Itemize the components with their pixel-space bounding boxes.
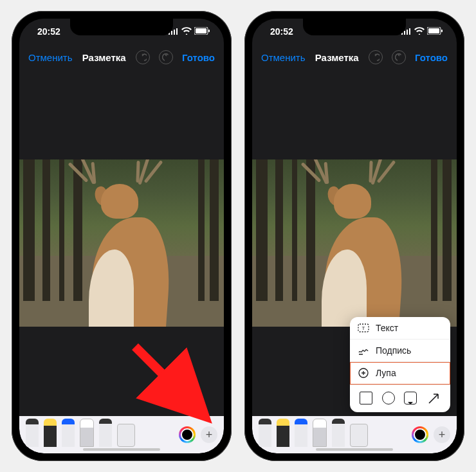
ruler-tool[interactable] bbox=[350, 424, 368, 447]
battery-icon bbox=[427, 26, 443, 37]
color-picker-button[interactable] bbox=[179, 426, 196, 443]
signature-icon bbox=[358, 345, 369, 356]
status-right bbox=[401, 26, 443, 37]
redo-icon[interactable] bbox=[392, 50, 406, 64]
loupe-icon bbox=[358, 367, 369, 379]
home-indicator[interactable] bbox=[316, 448, 393, 451]
svg-rect-10 bbox=[409, 28, 410, 35]
status-time: 20:52 bbox=[37, 26, 60, 37]
undo-icon[interactable] bbox=[136, 50, 150, 64]
nav-title: Разметка bbox=[82, 52, 126, 63]
svg-rect-5 bbox=[196, 28, 206, 33]
pen-tool[interactable] bbox=[26, 419, 39, 447]
svg-rect-3 bbox=[176, 28, 178, 35]
add-button[interactable]: + bbox=[434, 426, 450, 443]
menu-item-loupe[interactable]: Лупа bbox=[350, 362, 450, 385]
text-icon: T bbox=[358, 322, 369, 334]
done-button[interactable]: Готово bbox=[415, 52, 448, 63]
menu-label: Текст bbox=[376, 323, 398, 333]
eraser-tool[interactable] bbox=[80, 419, 94, 447]
markup-toolbar: + bbox=[252, 416, 457, 453]
home-indicator[interactable] bbox=[83, 448, 160, 451]
markup-toolbar: + bbox=[19, 416, 224, 453]
shape-circle[interactable] bbox=[382, 392, 395, 404]
notch bbox=[70, 19, 173, 35]
add-button[interactable]: + bbox=[201, 426, 217, 443]
wifi-icon bbox=[181, 26, 192, 37]
photo-content bbox=[252, 159, 457, 327]
svg-rect-9 bbox=[407, 30, 408, 35]
menu-item-signature[interactable]: Подпись bbox=[350, 340, 450, 362]
canvas-area[interactable] bbox=[19, 70, 224, 416]
redo-icon[interactable] bbox=[159, 50, 173, 64]
battery-icon bbox=[194, 26, 210, 37]
color-picker-button[interactable] bbox=[412, 426, 428, 443]
done-button[interactable]: Готово bbox=[182, 52, 215, 63]
marker-tool[interactable] bbox=[44, 419, 57, 447]
add-menu-popup: T Текст Подпись Лупа bbox=[350, 317, 450, 412]
status-right bbox=[169, 26, 210, 37]
svg-rect-12 bbox=[428, 28, 439, 33]
nav-bar: Отменить Разметка Готово bbox=[19, 44, 224, 70]
marker-tool[interactable] bbox=[277, 419, 289, 447]
nav-icons: Готово bbox=[369, 50, 448, 64]
nav-icons: Готово bbox=[136, 50, 215, 64]
nav-title: Разметка bbox=[315, 52, 359, 63]
shape-rectangle[interactable] bbox=[360, 392, 372, 404]
wifi-icon bbox=[414, 26, 425, 37]
svg-rect-2 bbox=[174, 30, 175, 35]
menu-label: Лупа bbox=[376, 368, 396, 378]
photo-content bbox=[19, 159, 224, 327]
shape-arrow[interactable] bbox=[426, 392, 441, 406]
screen: 20:52 Отменить Разметка bbox=[252, 19, 457, 453]
menu-item-text[interactable]: T Текст bbox=[350, 317, 450, 340]
pencil-tool[interactable] bbox=[295, 419, 307, 447]
svg-rect-6 bbox=[208, 30, 210, 32]
svg-text:T: T bbox=[362, 325, 365, 331]
shape-speech-bubble[interactable] bbox=[404, 392, 417, 404]
ruler-tool[interactable] bbox=[117, 424, 135, 447]
phone-right: 20:52 Отменить Разметка bbox=[244, 11, 464, 461]
screen: 20:52 Отменить Разметка bbox=[19, 19, 224, 453]
eraser-tool[interactable] bbox=[313, 419, 327, 447]
lasso-tool[interactable] bbox=[99, 419, 112, 447]
status-time: 20:52 bbox=[270, 26, 293, 37]
menu-label: Подпись bbox=[376, 345, 411, 356]
shape-row bbox=[350, 385, 450, 412]
pencil-tool[interactable] bbox=[62, 419, 75, 447]
svg-rect-13 bbox=[441, 30, 443, 32]
phone-left: 20:52 Отменить Разметка bbox=[12, 11, 232, 461]
cancel-button[interactable]: Отменить bbox=[28, 52, 73, 63]
cancel-button[interactable]: Отменить bbox=[261, 52, 306, 63]
nav-bar: Отменить Разметка Готово bbox=[252, 44, 457, 70]
lasso-tool[interactable] bbox=[332, 419, 345, 447]
svg-rect-1 bbox=[171, 31, 172, 35]
svg-rect-8 bbox=[404, 31, 405, 35]
pen-tool[interactable] bbox=[259, 419, 271, 447]
notch bbox=[303, 19, 406, 35]
undo-icon[interactable] bbox=[369, 50, 383, 64]
